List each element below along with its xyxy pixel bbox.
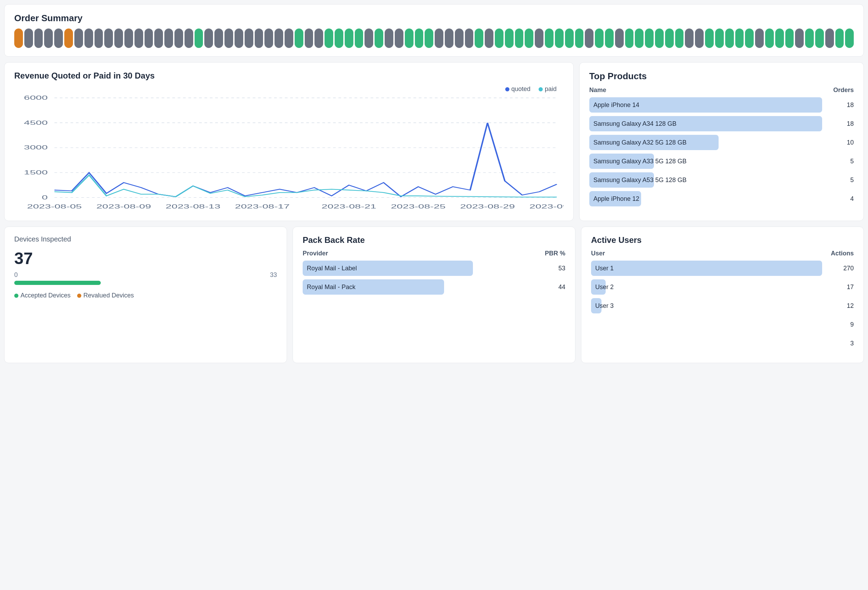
legend-label-quoted: quoted <box>511 86 531 93</box>
top-products-title: Top Products <box>589 71 854 82</box>
active-users-card: Active Users User Actions User 1270User … <box>581 227 864 363</box>
order-pill <box>124 28 133 48</box>
list-item-value: 4 <box>850 195 854 202</box>
order-pill <box>625 28 634 48</box>
revenue-legend: quoted paid <box>14 86 564 93</box>
order-summary-title: Order Summary <box>14 13 854 24</box>
list-item: 3 <box>591 336 854 351</box>
list-item-label: Samsung Galaxy A32 5G 128 GB <box>589 139 686 146</box>
list-item-value: 9 <box>850 321 854 328</box>
list-item: User 1270 <box>591 261 854 276</box>
order-pill <box>425 28 433 48</box>
order-pill <box>235 28 243 48</box>
order-pill <box>255 28 263 48</box>
order-pill <box>645 28 654 48</box>
legend-label-paid: paid <box>545 86 557 93</box>
list-item-value: 18 <box>847 120 854 127</box>
list-item-value: 270 <box>843 265 854 272</box>
order-pill <box>285 28 293 48</box>
top-products-header-name: Name <box>589 87 606 94</box>
order-pill <box>845 28 854 48</box>
order-pill <box>14 28 23 48</box>
list-item: Apple iPhone 1418 <box>589 97 854 112</box>
revenue-card: Revenue Quoted or Paid in 30 Days quoted… <box>4 62 574 221</box>
order-pill <box>605 28 614 48</box>
order-pill <box>245 28 253 48</box>
devices-range-min: 0 <box>14 271 18 279</box>
list-item-bar <box>591 261 822 276</box>
pack-back-title: Pack Back Rate <box>303 235 565 245</box>
order-pill <box>44 28 53 48</box>
order-pill <box>395 28 403 48</box>
order-pill <box>295 28 303 48</box>
svg-text:0: 0 <box>42 194 47 201</box>
list-item-value: 12 <box>847 302 854 310</box>
order-pill <box>415 28 424 48</box>
top-products-header-orders: Orders <box>833 87 854 94</box>
order-pill <box>305 28 313 48</box>
order-pill <box>555 28 564 48</box>
order-pill <box>565 28 574 48</box>
order-pill <box>665 28 674 48</box>
list-item: Samsung Galaxy A34 128 GB18 <box>589 116 854 131</box>
list-item-label: User 2 <box>591 283 614 291</box>
order-pill <box>24 28 33 48</box>
devices-progress-fill <box>14 281 101 285</box>
order-pill <box>114 28 123 48</box>
order-pill <box>675 28 684 48</box>
order-pill <box>735 28 744 48</box>
list-item-label: User 1 <box>591 265 614 272</box>
order-pill <box>104 28 113 48</box>
svg-text:2023-08-05: 2023-08-05 <box>27 203 82 210</box>
pack-back-header: Provider PBR % <box>303 250 565 257</box>
order-pill <box>805 28 814 48</box>
order-pill <box>185 28 193 48</box>
order-pill <box>355 28 363 48</box>
list-item-value: 10 <box>847 139 854 146</box>
order-pill <box>375 28 383 48</box>
order-pill <box>84 28 93 48</box>
order-pill <box>535 28 543 48</box>
devices-count: 37 <box>14 249 277 268</box>
order-pill <box>775 28 784 48</box>
order-pill <box>495 28 503 48</box>
devices-range: 0 33 <box>14 271 277 279</box>
order-pill <box>145 28 153 48</box>
order-pill <box>134 28 143 48</box>
order-pill <box>545 28 554 48</box>
devices-progress <box>14 281 277 285</box>
list-item-label: Apple iPhone 12 <box>589 195 639 202</box>
pack-back-card: Pack Back Rate Provider PBR % Royal Mail… <box>292 227 576 363</box>
order-pill <box>214 28 223 48</box>
order-pill <box>595 28 604 48</box>
list-item-label: Samsung Galaxy A53 5G 128 GB <box>589 177 686 184</box>
order-pill <box>785 28 794 48</box>
order-pill <box>765 28 774 48</box>
order-pill <box>435 28 443 48</box>
order-pill <box>515 28 524 48</box>
order-pill <box>264 28 273 48</box>
devices-legend: Accepted Devices Revalued Devices <box>14 292 277 299</box>
pack-back-list: Royal Mail - Label53Royal Mail - Pack44 <box>303 261 565 295</box>
list-item-value: 5 <box>850 177 854 184</box>
list-item-value: 5 <box>850 158 854 165</box>
pack-back-header-provider: Provider <box>303 250 328 257</box>
svg-text:6000: 6000 <box>24 94 48 101</box>
svg-text:2023-08-13: 2023-08-13 <box>166 203 221 210</box>
order-pill <box>345 28 353 48</box>
list-item-label: Samsung Galaxy A33 5G 128 GB <box>589 158 686 165</box>
top-products-header: Name Orders <box>589 87 854 94</box>
order-pill <box>154 28 163 48</box>
order-pill <box>585 28 593 48</box>
active-users-title: Active Users <box>591 235 854 245</box>
legend-label-revalued: Revalued Devices <box>83 292 134 299</box>
active-users-header: User Actions <box>591 250 854 257</box>
order-pill <box>64 28 73 48</box>
order-pill <box>615 28 624 48</box>
list-item-label: Royal Mail - Pack <box>303 283 356 291</box>
list-item: Royal Mail - Pack44 <box>303 279 565 295</box>
order-summary-card: Order Summary <box>4 4 864 57</box>
legend-dot-paid <box>539 87 543 91</box>
order-pill <box>204 28 213 48</box>
list-item-value: 44 <box>558 283 565 291</box>
